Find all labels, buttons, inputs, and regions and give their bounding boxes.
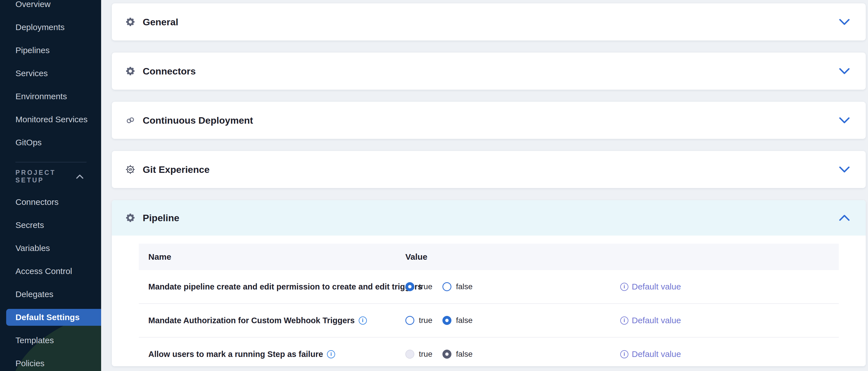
default-value-link[interactable]: Default value	[632, 316, 681, 325]
section-title: Pipeline	[143, 212, 839, 223]
info-icon: i	[620, 283, 628, 291]
section-label: PROJECT SETUP	[16, 169, 74, 184]
section-title: Continuous Deployment	[143, 115, 839, 126]
radio-true-label: true	[419, 316, 432, 325]
section-card-general: General	[112, 3, 866, 40]
chevron-down-icon[interactable]	[839, 68, 850, 75]
section-card-connectors: Connectors	[112, 53, 866, 90]
radio-option-true[interactable]: true	[405, 282, 432, 291]
radio-option-false[interactable]: false	[442, 316, 472, 325]
sidebar-item-services[interactable]: Services	[0, 62, 101, 85]
settings-table-rows: Mandate pipeline create and edit permiss…	[139, 270, 839, 371]
sidebar-item-delegates[interactable]: Delegates	[0, 283, 101, 306]
sidebar-nav: OverviewDeploymentsPipelinesServicesEnvi…	[0, 0, 101, 154]
chevron-down-icon[interactable]	[839, 166, 850, 173]
radio-group: true false	[405, 316, 620, 325]
radio-true-icon[interactable]	[405, 282, 414, 291]
sidebar-item-pipelines[interactable]: Pipelines	[0, 39, 101, 62]
section-card-git-experience: Git Experience	[112, 151, 866, 188]
default-value-link[interactable]: Default value	[632, 282, 681, 291]
chevron-down-icon[interactable]	[839, 19, 850, 25]
section-title: General	[143, 17, 839, 28]
section-title: Git Experience	[143, 164, 839, 175]
sidebar-item-policies[interactable]: Policies	[0, 352, 101, 371]
gear-code-icon	[125, 165, 135, 175]
section-header-pipeline[interactable]: Pipeline	[112, 200, 866, 235]
radio-option-false[interactable]: false	[442, 282, 472, 291]
radio-true-icon[interactable]	[405, 350, 414, 359]
section-header-git-experience[interactable]: Git Experience	[112, 151, 866, 188]
chevron-up-icon[interactable]	[74, 175, 85, 179]
radio-false-icon[interactable]	[442, 316, 452, 325]
sidebar-item-access-control[interactable]: Access Control	[0, 260, 101, 283]
chevron-up-icon[interactable]	[839, 215, 850, 221]
radio-option-true[interactable]: true	[405, 316, 432, 325]
sidebar-item-deployments[interactable]: Deployments	[0, 16, 101, 39]
sidebar-item-monitored-services[interactable]: Monitored Services	[0, 108, 101, 131]
gear-icon	[125, 66, 135, 76]
sidebar-divider	[16, 162, 87, 163]
table-row: Mandate Authorization for Custom Webhook…	[139, 304, 839, 338]
gear-icon	[125, 17, 135, 27]
setting-name: Mandate pipeline create and edit permiss…	[148, 282, 422, 291]
section-card-pipeline: Pipeline Name Value Mandate pipeline cre…	[112, 200, 866, 366]
radio-true-label: true	[419, 350, 432, 359]
section-header-connectors[interactable]: Connectors	[112, 53, 866, 90]
chevron-down-icon[interactable]	[839, 117, 850, 124]
radio-option-false[interactable]: false	[442, 350, 472, 359]
sidebar-item-connectors[interactable]: Connectors	[0, 191, 101, 213]
column-header-value: Value	[405, 252, 620, 262]
info-icon[interactable]: i	[359, 316, 367, 324]
setting-name: Allow users to mark a running Step as fa…	[148, 350, 323, 359]
default-value-link[interactable]: Default value	[632, 349, 681, 359]
gear-icon	[125, 213, 135, 223]
sidebar-project-nav: ConnectorsSecretsVariablesAccess Control…	[0, 191, 101, 371]
radio-true-label: true	[419, 282, 432, 291]
setting-name: Mandate Authorization for Custom Webhook…	[148, 316, 355, 325]
settings-page: General Connectors	[101, 0, 868, 371]
radio-false-label: false	[456, 350, 472, 359]
settings-table-header: Name Value	[139, 244, 839, 270]
radio-group: true false	[405, 282, 620, 291]
info-icon: i	[620, 316, 628, 324]
table-row: Allow users to mark a running Step as fa…	[139, 338, 839, 371]
radio-group: true false	[405, 350, 620, 359]
section-card-continuous-deployment: Continuous Deployment	[112, 102, 866, 139]
info-icon[interactable]: i	[327, 350, 335, 358]
radio-false-label: false	[456, 316, 472, 325]
sidebar-item-default-settings[interactable]: Default Settings	[6, 309, 101, 326]
column-header-name: Name	[139, 252, 405, 262]
radio-false-icon[interactable]	[442, 350, 452, 359]
sidebar: OverviewDeploymentsPipelinesServicesEnvi…	[0, 0, 101, 371]
info-icon: i	[620, 350, 628, 358]
sidebar-item-environments[interactable]: Environments	[0, 85, 101, 108]
radio-false-icon[interactable]	[442, 282, 452, 291]
pipeline-settings-body: Name Value Mandate pipeline create and e…	[112, 235, 866, 366]
sidebar-item-secrets[interactable]: Secrets	[0, 213, 101, 237]
sidebar-item-templates[interactable]: Templates	[0, 329, 101, 352]
sidebar-item-variables[interactable]: Variables	[0, 237, 101, 260]
sidebar-section-header[interactable]: PROJECT SETUP	[0, 169, 101, 184]
section-header-general[interactable]: General	[112, 3, 866, 40]
link-icon	[125, 115, 135, 125]
table-row: Mandate pipeline create and edit permiss…	[139, 270, 839, 304]
sidebar-item-overview[interactable]: Overview	[0, 0, 101, 16]
sidebar-item-gitops[interactable]: GitOps	[0, 131, 101, 154]
app-window: OverviewDeploymentsPipelinesServicesEnvi…	[0, 0, 868, 371]
radio-true-icon[interactable]	[405, 316, 414, 325]
radio-option-true[interactable]: true	[405, 350, 432, 359]
radio-false-label: false	[456, 282, 472, 291]
section-header-continuous-deployment[interactable]: Continuous Deployment	[112, 102, 866, 139]
section-title: Connectors	[143, 66, 839, 77]
